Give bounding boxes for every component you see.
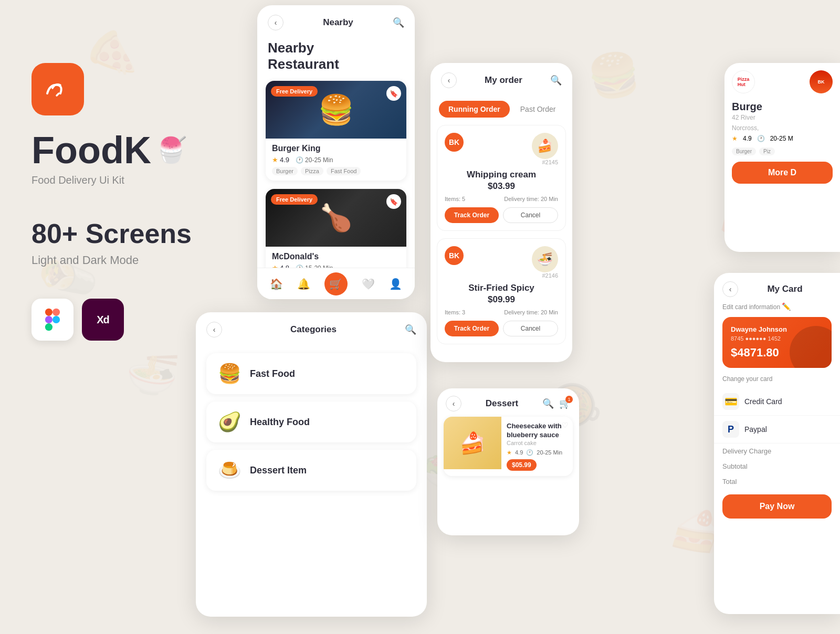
nearby-header: ‹ Nearby 🔍	[257, 5, 415, 36]
dessert-food-sub: Carrot cake	[507, 440, 568, 446]
mcdonalds-name: McDonald's	[272, 252, 400, 261]
cancel-order-button-2[interactable]: Cancel	[503, 321, 558, 336]
categories-back-button[interactable]: ‹	[206, 322, 222, 337]
dessert-back-button[interactable]: ‹	[446, 396, 461, 411]
dessert-heart-button[interactable]: ♡	[562, 421, 569, 429]
branding-section: FoodK 🍧 Food Delivery Ui Kit 80+ Screens…	[32, 63, 242, 341]
tab-running[interactable]: Running Order	[439, 101, 510, 118]
order-id-1: #2145	[542, 159, 558, 165]
svg-point-4	[52, 316, 60, 323]
nav-home[interactable]: 🏠	[270, 278, 283, 290]
subtotal-row: Subtotal	[714, 459, 840, 474]
tab-past[interactable]: Past Order	[515, 101, 561, 118]
category-healthy-food[interactable]: 🥑 Healthy Food	[206, 401, 416, 442]
pay-now-button[interactable]: Pay Now	[722, 494, 832, 519]
my-card-title: My Card	[767, 284, 802, 294]
order-actions-1: Track Order Cancel	[445, 207, 558, 223]
order-items-1: Items: 5	[445, 196, 465, 202]
dessert-screen: ‹ Dessert 🔍 🛒 🍰 Cheesecake with blueberr…	[437, 388, 579, 535]
bk-tag-piz: Piz	[759, 147, 775, 155]
dessert-food-image: 🍰	[444, 417, 501, 469]
restaurant-card-burgerking[interactable]: 🍔 Free Delivery 🔖 Burger King ★ 4.9 🕐 20…	[266, 81, 406, 181]
dessert-title: Dessert	[486, 398, 518, 409]
delivery-time: 🕐 20-25 Min	[296, 156, 333, 164]
order-card-2: BK 🍜 #2146 Stir-Fried Spicy $09.99 Items…	[437, 238, 566, 344]
cancel-order-button-1[interactable]: Cancel	[503, 207, 558, 223]
order-food-image-1: 🍰	[532, 133, 558, 159]
bk-time: 20-25 M	[770, 135, 793, 142]
payment-paypal[interactable]: P Paypal	[714, 416, 840, 443]
dessert-time: 20-25 Min	[537, 449, 562, 456]
nearby-heading: Nearby Restaurant	[257, 36, 415, 81]
brand-subtitle: Food Delivery Ui Kit	[32, 174, 242, 186]
dessert-label: Dessert Item	[250, 465, 307, 476]
edit-icon[interactable]: ✏️	[782, 302, 791, 311]
nav-profile[interactable]: 👤	[389, 278, 402, 290]
free-delivery-badge-2: Free Delivery	[271, 194, 318, 205]
dessert-price-button[interactable]: $05.99	[507, 459, 537, 471]
burger-king-logo: BK	[810, 70, 833, 93]
payment-credit-card[interactable]: 💳 Credit Card	[714, 388, 840, 416]
svg-rect-0	[45, 309, 52, 316]
bookmark-button[interactable]: 🔖	[386, 86, 401, 101]
dessert-cart-icon[interactable]: 🛒	[559, 398, 571, 409]
bk-meta: ★ 4.9 🕐 20-25 M	[724, 135, 840, 147]
total-label: Total	[722, 478, 737, 485]
healthy-food-emoji: 🥑	[218, 411, 242, 433]
subtotal-label: Subtotal	[722, 462, 748, 470]
bk-tag-burger: Burger	[732, 147, 756, 155]
food-tags: Burger Pizza Fast Food	[272, 167, 400, 175]
order-header-2: BK 🍜 #2146	[445, 246, 558, 279]
back-button[interactable]: ‹	[268, 15, 284, 30]
nav-cart[interactable]: 🛒	[324, 272, 348, 295]
order-actions-2: Track Order Cancel	[445, 321, 558, 336]
categories-screen: ‹ Categories 🔍 🍔 Fast Food 🥑 Healthy Foo…	[196, 312, 427, 617]
more-button[interactable]: More D	[732, 162, 833, 184]
dessert-item-card[interactable]: 🍰 Cheesecake with blueberry sauce Carrot…	[444, 417, 573, 476]
delivery-charge-label: Delivery Charge	[722, 447, 771, 455]
categories-search-icon[interactable]: 🔍	[405, 324, 416, 335]
order-restaurant-logo-1: BK	[445, 133, 464, 152]
credit-card-logo: 💳	[722, 393, 739, 410]
pizza-hut-logo: PizzaHut	[732, 70, 755, 93]
my-card-back-button[interactable]: ‹	[722, 281, 738, 297]
total-row: Total	[714, 474, 840, 489]
brand-name: FoodK 🍧	[32, 131, 242, 169]
bk-logos: PizzaHut BK	[724, 63, 840, 101]
orders-search-icon[interactable]: 🔍	[550, 75, 562, 86]
dessert-search-icon[interactable]: 🔍	[542, 398, 554, 409]
track-order-button-1[interactable]: Track Order	[445, 207, 499, 223]
order-card-1: BK 🍰 #2145 Whipping cream $03.99 Items: …	[437, 125, 566, 231]
order-food-name-1: Whipping cream	[445, 170, 558, 180]
xd-icon: Xd	[82, 299, 124, 341]
dessert-food-meta: ★ 4.9 🕐 20-25 Min	[507, 449, 568, 456]
bookmark-button-2[interactable]: 🔖	[386, 194, 401, 209]
order-price-1: $03.99	[445, 181, 558, 192]
bk-rating: 4.9	[743, 135, 752, 142]
bk-address-line1: 42 River	[724, 114, 840, 124]
categories-title: Categories	[290, 324, 337, 335]
tag-fastfood: Fast Food	[327, 167, 361, 175]
nearby-screen: ‹ Nearby 🔍 Nearby Restaurant 🍔 Free Deli…	[257, 5, 415, 299]
track-order-button-2[interactable]: Track Order	[445, 321, 499, 336]
burger-king-screen: PizzaHut BK Burge 42 River Norcross, ★ 4…	[724, 63, 840, 252]
order-details-2: Items: 3 Delivery time: 20 Min	[445, 309, 558, 315]
search-icon[interactable]: 🔍	[393, 17, 404, 28]
nav-heart[interactable]: 🤍	[362, 278, 375, 290]
screens-count: 80+ Screens	[32, 218, 242, 249]
orders-back-button[interactable]: ‹	[441, 72, 457, 88]
bk-food-tags: Burger Piz	[724, 147, 840, 162]
card-holder-name: Dwayne Johnson	[731, 325, 823, 333]
category-dessert[interactable]: 🍮 Dessert Item	[206, 450, 416, 491]
tag-burger: Burger	[272, 167, 298, 175]
dessert-star: ★	[507, 449, 512, 456]
mcdonalds-image: 🍗 Free Delivery 🔖	[266, 189, 406, 247]
my-card-screen: ‹ My Card Edit card information ✏️ Dwayn…	[714, 273, 840, 614]
restaurant-meta: ★ 4.9 🕐 20-25 Min	[272, 156, 400, 164]
category-fast-food[interactable]: 🍔 Fast Food	[206, 353, 416, 394]
change-card-text: Change your card	[714, 375, 840, 388]
burger-king-info: Burger King ★ 4.9 🕐 20-25 Min Burger Piz…	[266, 139, 406, 181]
nav-bell[interactable]: 🔔	[297, 278, 310, 290]
order-food-name-2: Stir-Fried Spicy	[445, 283, 558, 293]
fast-food-label: Fast Food	[250, 368, 295, 379]
